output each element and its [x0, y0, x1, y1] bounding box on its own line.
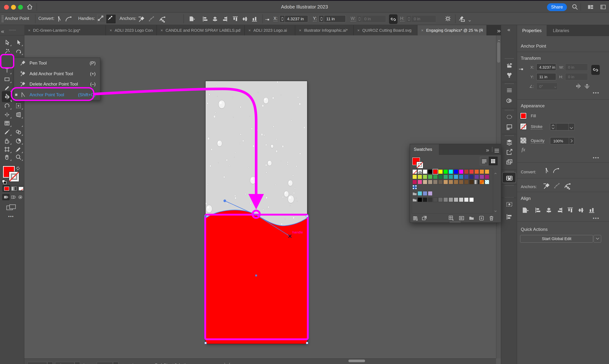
swatch[interactable]	[469, 180, 474, 184]
appearance-panel-icon[interactable]	[501, 201, 517, 208]
swatch[interactable]	[418, 174, 422, 179]
align-vcenter-button[interactable]	[242, 16, 248, 24]
close-tab-icon[interactable]: ×	[110, 28, 112, 32]
swatch[interactable]	[438, 180, 443, 184]
swatch-scroll-up-icon[interactable]	[494, 170, 497, 177]
scale-tool[interactable]	[2, 93, 12, 101]
document-tab[interactable]: ×ADLI 2023 Logo.ai	[245, 25, 295, 35]
x-input[interactable]: 4.3237 in	[284, 15, 308, 23]
y-stepper[interactable]	[319, 15, 324, 23]
tab-properties[interactable]: Properties	[517, 25, 547, 36]
selection-panel-icon[interactable]	[501, 114, 517, 120]
swatch[interactable]	[433, 169, 438, 174]
list-view-button[interactable]	[480, 157, 489, 165]
workspace-switcher-icon[interactable]	[588, 4, 594, 12]
artboard-nav-dropdown[interactable]	[113, 362, 119, 364]
panel-menu-icon[interactable]	[494, 147, 499, 154]
remove-anchor-button[interactable]	[138, 15, 145, 24]
swatch[interactable]	[469, 197, 474, 202]
artboard[interactable]	[206, 81, 307, 344]
toolbar-more-icon[interactable]: •••	[8, 214, 14, 219]
close-tab-icon[interactable]: ×	[299, 28, 301, 32]
gradient-mode-button[interactable]	[10, 185, 18, 192]
swatch[interactable]	[438, 174, 443, 179]
menu-item-delete-anchor-point-tool[interactable]: Delete Anchor Point Tool(–)	[14, 79, 100, 90]
appearance-more-icon[interactable]: •••	[593, 155, 599, 160]
align-more-icon[interactable]: •••	[593, 215, 599, 221]
rotation-field[interactable]: 0°	[55, 362, 75, 364]
swatches-tab[interactable]: Swatches	[410, 144, 439, 155]
pp-convert-corner-button[interactable]	[543, 168, 550, 175]
swatch[interactable]	[464, 169, 469, 174]
add-to-library-icon[interactable]	[421, 215, 427, 222]
menu-item-anchor-point-tool[interactable]: Anchor Point Tool(Shift+C)	[14, 90, 100, 100]
rotate-tool[interactable]	[2, 102, 12, 110]
zoom-tool[interactable]	[14, 153, 23, 161]
zoom-level-field[interactable]: 25%	[27, 362, 47, 364]
panel-collapse-icon[interactable]	[485, 147, 489, 154]
swatch[interactable]	[433, 174, 438, 179]
document-tab[interactable]: ×QUIROZ Cutting Board.svg	[353, 25, 418, 35]
swatch[interactable]	[448, 197, 453, 202]
swatch[interactable]	[433, 197, 438, 202]
default-fill-stroke-icon[interactable]	[2, 179, 7, 186]
artboards-panel-icon[interactable]	[501, 124, 517, 130]
color-group-folder-icon[interactable]	[412, 191, 417, 196]
swatch[interactable]	[418, 180, 422, 184]
collapse-dock-icon[interactable]	[508, 26, 511, 33]
close-tab-icon[interactable]: ×	[161, 28, 163, 32]
dock-group-handle[interactable]	[504, 185, 514, 186]
dock-group-handle[interactable]	[504, 83, 514, 84]
swatch[interactable]	[454, 174, 459, 179]
hscroll-thumb[interactable]	[348, 360, 365, 362]
color-group-folder-icon[interactable]	[412, 197, 417, 202]
swatch[interactable]	[459, 180, 464, 184]
swatch-none[interactable]	[412, 169, 417, 174]
reference-point-icon[interactable]	[265, 17, 270, 23]
stroke-proxy-none[interactable]	[416, 162, 423, 169]
dock-group-handle[interactable]	[504, 110, 514, 111]
cut-path-button[interactable]	[159, 15, 166, 24]
menu-item-add-anchor-point-tool[interactable]: Add Anchor Point Tool(+)	[14, 68, 100, 79]
swatch[interactable]	[433, 180, 438, 184]
transform-options-icon[interactable]	[445, 15, 451, 23]
convert-smooth-button[interactable]	[65, 16, 72, 24]
tab-libraries[interactable]: Libraries	[548, 25, 574, 36]
pp-convert-smooth-button[interactable]	[553, 168, 559, 175]
appearance-fill-swatch[interactable]	[520, 113, 527, 119]
pp-cut-path-button[interactable]	[564, 182, 571, 190]
pp-align-left-button[interactable]	[535, 207, 541, 214]
fx-button[interactable]: fx	[522, 147, 525, 153]
pp-align-to-selector[interactable]	[521, 207, 528, 215]
artboard-nav-field[interactable]: 1	[97, 362, 113, 364]
draw-normal-button[interactable]	[2, 194, 10, 200]
delete-swatch-icon[interactable]	[489, 215, 494, 222]
dock-group-handle[interactable]	[504, 58, 514, 59]
swatch[interactable]	[443, 169, 448, 174]
document-tab[interactable]: ×Illustrator Infographic.ai*	[295, 25, 353, 35]
layers-panel-icon[interactable]	[501, 139, 517, 146]
link-dimensions-button[interactable]	[389, 14, 397, 24]
tab-overflow-icon[interactable]	[496, 28, 501, 35]
swatch[interactable]	[418, 191, 422, 196]
swatch[interactable]	[474, 169, 479, 174]
swatch-pattern-floral[interactable]	[412, 185, 417, 190]
swatch[interactable]	[412, 174, 417, 179]
brushes-panel-icon[interactable]	[501, 62, 517, 69]
asset-export-panel-icon[interactable]	[501, 159, 517, 166]
chevron-down-icon[interactable]	[468, 17, 471, 24]
dock-group-handle[interactable]	[504, 171, 514, 172]
document-tab[interactable]: ×Engaging Graphics* @ 25 % (RG	[418, 25, 487, 35]
start-global-edit-button[interactable]: Start Global Edit	[520, 235, 593, 243]
align-bottom-button[interactable]	[251, 16, 258, 24]
swatch[interactable]	[454, 197, 459, 202]
gradient-panel-icon[interactable]	[501, 189, 517, 195]
stroke-weight-control[interactable]	[550, 123, 575, 130]
swatch[interactable]	[438, 169, 443, 174]
close-tab-icon[interactable]: ×	[28, 28, 30, 32]
rectangle-tool[interactable]	[2, 75, 12, 83]
swatch[interactable]	[428, 197, 433, 202]
swatch[interactable]	[454, 169, 459, 174]
swatch[interactable]	[418, 197, 422, 202]
align-hcenter-button[interactable]	[212, 16, 218, 24]
